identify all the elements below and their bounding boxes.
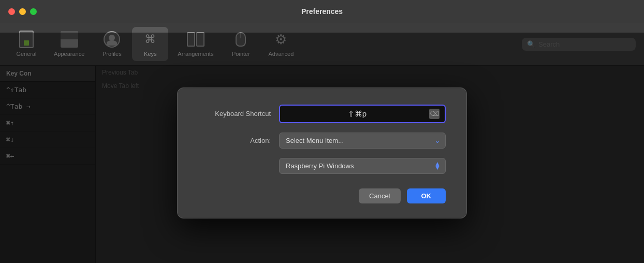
- clear-shortcut-button[interactable]: ⌫: [429, 109, 440, 119]
- menu-row: Raspberry Pi Windows All Windows Current…: [198, 158, 446, 174]
- window-controls[interactable]: [8, 8, 37, 15]
- window-title: Preferences: [301, 7, 343, 16]
- action-label: Action:: [198, 137, 271, 144]
- action-row: Action: Select Menu Item... New Tab New …: [198, 133, 446, 149]
- maximize-button[interactable]: [30, 8, 37, 15]
- preferences-modal: Keyboard Shortcut ⇧⌘p ⌫ Action: Select M…: [177, 87, 467, 218]
- modal-overlay: Keyboard Shortcut ⇧⌘p ⌫ Action: Select M…: [0, 33, 644, 263]
- title-bar: Preferences: [0, 0, 644, 23]
- main-area: Key Con ^⇧Tab ^Tab → ⌘↑ ⌘↓ ⌘← Previous T…: [0, 66, 644, 263]
- minimize-button[interactable]: [19, 8, 26, 15]
- action-select-wrapper: Select Menu Item... New Tab New Window C…: [279, 133, 446, 149]
- shortcut-field[interactable]: ⇧⌘p ⌫: [279, 105, 446, 123]
- menu-select-wrapper: Raspberry Pi Windows All Windows Current…: [279, 158, 446, 174]
- shortcut-label: Keyboard Shortcut: [198, 110, 271, 118]
- cancel-button[interactable]: Cancel: [359, 188, 400, 203]
- close-button[interactable]: [8, 8, 15, 15]
- ok-button[interactable]: OK: [407, 188, 446, 203]
- shortcut-row: Keyboard Shortcut ⇧⌘p ⌫: [198, 105, 446, 123]
- modal-buttons: Cancel OK: [198, 188, 446, 203]
- menu-select[interactable]: Raspberry Pi Windows All Windows Current…: [279, 158, 446, 174]
- action-select[interactable]: Select Menu Item... New Tab New Window C…: [279, 133, 446, 149]
- shortcut-value: ⇧⌘p: [285, 109, 429, 119]
